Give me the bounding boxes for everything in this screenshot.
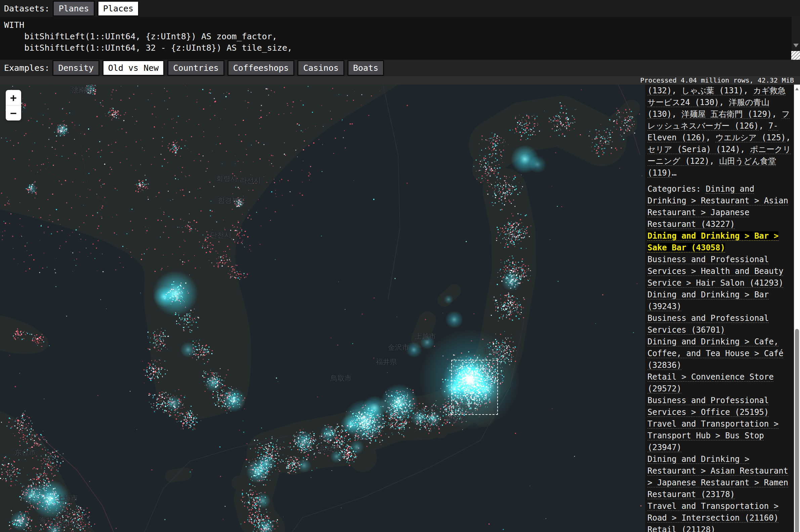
zoom-out-button[interactable]: − — [6, 106, 21, 120]
app-window: Datasets: PlanesPlaces WITH bitShiftLeft… — [0, 0, 800, 532]
datasets-bar: Datasets: PlanesPlaces — [0, 0, 800, 17]
results-sidebar: (132), しゃぶ葉 (131), カギ救急サービス24 (130), 洋服の… — [645, 84, 794, 532]
scrollbar-thumb[interactable] — [795, 329, 799, 532]
category-link[interactable]: Dining and Drinking > Bar (39243) — [648, 290, 769, 311]
category-link[interactable]: Business and Professional Services > Off… — [648, 396, 769, 417]
category-link[interactable]: Travel and Transportation > Transport Hu… — [648, 419, 779, 452]
examples-bar: Examples: DensityOld vs NewCountriesCoff… — [0, 60, 800, 76]
scroll-up-icon[interactable] — [795, 88, 799, 90]
category-row: Dining and Drinking > Cafe, Coffee, and … — [648, 336, 792, 371]
example-button-countries[interactable]: Countries — [167, 60, 224, 76]
brand-link[interactable]: セリア (Seria) (124) — [648, 145, 740, 154]
map-canvas[interactable] — [0, 84, 645, 532]
dataset-button-places[interactable]: Places — [97, 1, 139, 16]
map-zoom-control: + − — [6, 90, 21, 120]
example-button-casinos[interactable]: Casinos — [297, 60, 344, 76]
category-row: Retail (21128) — [648, 524, 792, 532]
sidebar-brands: (132), しゃぶ葉 (131), カギ救急サービス24 (130), 洋服の… — [648, 86, 791, 177]
category-link[interactable]: Retail > Convenience Store (29572) — [648, 372, 774, 393]
examples-label: Examples: — [4, 63, 49, 73]
resize-grip-icon[interactable] — [791, 51, 800, 60]
page-scrollbar[interactable] — [794, 84, 800, 532]
category-row: Dining and Drinking > Bar > Sake Bar (43… — [648, 230, 792, 254]
category-link[interactable]: Dining and Drinking > Restaurant > Asian… — [648, 454, 788, 499]
brand-link[interactable]: しゃぶ葉 (131) — [681, 86, 743, 95]
sql-editor[interactable]: WITH bitShiftLeft(1::UInt64, {z:UInt8}) … — [0, 17, 800, 60]
category-link[interactable]: Business and Professional Services > Hea… — [648, 255, 784, 288]
category-row: Dining and Drinking > Bar (39243) — [648, 289, 792, 312]
map-viewport[interactable]: 洮南市회령시라선시함경북도단천시上越市金沢市福井県鳥取市日立市浜松市東京都高知県… — [0, 84, 645, 532]
category-row: Retail > Convenience Store (29572) — [648, 371, 792, 395]
sidebar-categories: Categories: Dining and Drinking > Restau… — [648, 183, 792, 532]
brand-link[interactable]: (132) — [648, 86, 672, 95]
example-button-density[interactable]: Density — [52, 60, 99, 76]
tile-selection-rect — [451, 360, 498, 415]
brand-link[interactable]: ウエルシア (125) — [715, 133, 786, 142]
category-row: Travel and Transportation > Transport Hu… — [648, 418, 792, 454]
examples-button-group: DensityOld vs NewCountriesCoffeeshopsCas… — [52, 60, 384, 76]
dataset-button-planes[interactable]: Planes — [53, 1, 94, 16]
category-link[interactable]: Dining and Drinking > Cafe, Coffee, and … — [648, 337, 784, 370]
category-link[interactable]: Business and Professional Services (3670… — [648, 314, 769, 335]
example-button-old-vs-new[interactable]: Old vs New — [103, 60, 165, 76]
category-link[interactable]: Dining and Drinking > Bar > Sake Bar (43… — [648, 231, 779, 252]
category-row: Travel and Transportation > Road > Inter… — [648, 500, 792, 524]
category-row: Business and Professional Services > Hea… — [648, 254, 792, 289]
category-link[interactable]: Travel and Transportation > Road > Inter… — [648, 501, 779, 522]
category-row: Dining and Drinking > Restaurant > Asian… — [648, 454, 792, 500]
category-link[interactable]: Retail (21128) — [648, 525, 715, 532]
zoom-in-button[interactable]: + — [6, 90, 21, 105]
brand-link[interactable]: 洋麺屋 五右衛門 (129) — [681, 110, 772, 119]
datasets-button-group: PlanesPlaces — [53, 1, 139, 16]
example-button-boats[interactable]: Boats — [347, 60, 384, 76]
status-bar: Processed 4.04 million rows, 42.32 MiB — [0, 76, 800, 84]
example-button-coffeeshops[interactable]: Coffeeshops — [228, 60, 295, 76]
categories-label: Categories: — [648, 184, 706, 194]
category-row: Business and Professional Services > Off… — [648, 395, 792, 418]
category-row: Business and Professional Services (3670… — [648, 312, 792, 336]
datasets-label: Datasets: — [4, 4, 49, 14]
scroll-down-icon[interactable] — [793, 44, 799, 47]
